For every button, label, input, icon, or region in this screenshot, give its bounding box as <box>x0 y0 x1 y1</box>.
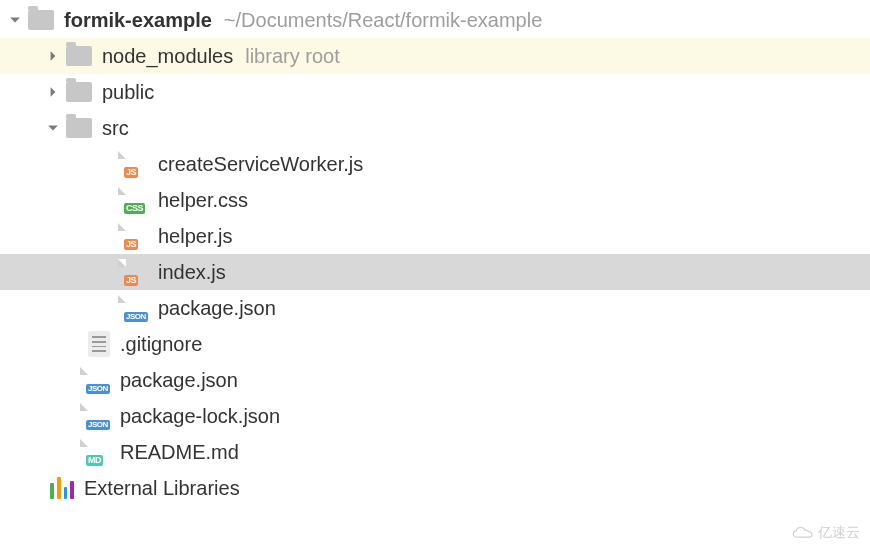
tree-row-file[interactable]: MD README.md <box>0 434 870 470</box>
file-label: index.js <box>158 261 226 284</box>
js-file-icon: JS <box>126 259 148 285</box>
watermark-text: 亿速云 <box>818 524 860 542</box>
tree-row-file[interactable]: JS helper.js <box>0 218 870 254</box>
js-file-icon: JS <box>126 151 148 177</box>
js-file-icon: JS <box>126 223 148 249</box>
tree-row-node-modules[interactable]: node_modules library root <box>0 38 870 74</box>
file-label: helper.js <box>158 225 233 248</box>
file-label: package-lock.json <box>120 405 280 428</box>
node-label: External Libraries <box>84 477 240 500</box>
chevron-down-icon[interactable] <box>6 11 24 29</box>
node-label: public <box>102 81 154 104</box>
file-label: package.json <box>158 297 276 320</box>
file-label: helper.css <box>158 189 248 212</box>
project-tree: formik-example ~/Documents/React/formik-… <box>0 0 870 506</box>
tree-row-file[interactable]: .gitignore <box>0 326 870 362</box>
tree-row-file[interactable]: JSON package-lock.json <box>0 398 870 434</box>
tree-row-file[interactable]: JSON package.json <box>0 290 870 326</box>
tree-row-file[interactable]: JSON package.json <box>0 362 870 398</box>
text-file-icon <box>88 331 110 357</box>
tree-row-file-selected[interactable]: JS index.js <box>0 254 870 290</box>
tree-row-public[interactable]: public <box>0 74 870 110</box>
node-label: src <box>102 117 129 140</box>
folder-icon <box>66 46 92 66</box>
json-file-icon: JSON <box>126 295 148 321</box>
tree-row-external-libraries[interactable]: External Libraries <box>0 470 870 506</box>
md-file-icon: MD <box>88 439 110 465</box>
tree-row-root[interactable]: formik-example ~/Documents/React/formik-… <box>0 2 870 38</box>
file-label: .gitignore <box>120 333 202 356</box>
css-file-icon: CSS <box>126 187 148 213</box>
cloud-icon <box>792 525 814 541</box>
library-icon <box>50 477 74 499</box>
tree-row-src[interactable]: src <box>0 110 870 146</box>
tree-row-file[interactable]: CSS helper.css <box>0 182 870 218</box>
root-name: formik-example <box>64 9 212 32</box>
chevron-right-icon[interactable] <box>44 47 62 65</box>
file-label: createServiceWorker.js <box>158 153 363 176</box>
file-label: README.md <box>120 441 239 464</box>
chevron-down-icon[interactable] <box>44 119 62 137</box>
folder-icon <box>66 82 92 102</box>
json-file-icon: JSON <box>88 367 110 393</box>
node-hint: library root <box>245 45 339 68</box>
tree-row-file[interactable]: JS createServiceWorker.js <box>0 146 870 182</box>
folder-icon <box>28 10 54 30</box>
node-label: node_modules <box>102 45 233 68</box>
chevron-right-icon[interactable] <box>44 83 62 101</box>
folder-icon <box>66 118 92 138</box>
file-label: package.json <box>120 369 238 392</box>
root-path: ~/Documents/React/formik-example <box>224 9 542 32</box>
json-file-icon: JSON <box>88 403 110 429</box>
watermark: 亿速云 <box>792 524 860 542</box>
